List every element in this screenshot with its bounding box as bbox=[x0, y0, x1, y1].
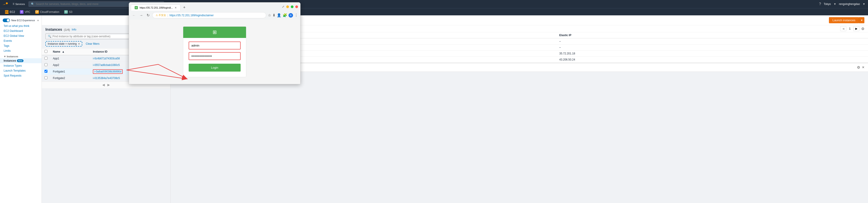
sidebar-item-instances[interactable]: Instances New bbox=[0, 58, 41, 63]
service-tab-cloudformation[interactable]: CF CloudFormation bbox=[33, 9, 61, 15]
sidebar-item-instance-types[interactable]: Instance Types bbox=[0, 63, 41, 68]
pagination: ◀ 1 ▶ bbox=[840, 26, 860, 31]
search-icon: 🔍 bbox=[31, 2, 34, 6]
window-maximize-button[interactable] bbox=[291, 5, 293, 8]
next-page-button[interactable]: ▶ bbox=[853, 26, 860, 31]
row-checkbox-cell[interactable] bbox=[42, 55, 50, 62]
sidebar-item-tell-us[interactable]: Tell us what you think bbox=[0, 24, 41, 29]
service-tab-ec2[interactable]: EC2 EC2 bbox=[3, 9, 17, 15]
browser-refresh-button[interactable]: ↻ bbox=[146, 12, 151, 18]
sidebar-close-icon[interactable]: × bbox=[37, 19, 39, 22]
service-tab-s3[interactable]: S3 S3 bbox=[62, 9, 74, 15]
services-button[interactable]: ⠿ Services bbox=[13, 3, 25, 6]
username-field bbox=[189, 41, 241, 49]
browser-url-bar[interactable]: ⚠ 不安全 | https://35.72.201.189/logindiscl… bbox=[152, 12, 266, 18]
th-name[interactable]: Name ▲ bbox=[50, 48, 90, 55]
elastic-ip-value: – bbox=[557, 44, 868, 50]
window-close-button[interactable] bbox=[295, 5, 298, 8]
prev-page-button[interactable]: ◀ bbox=[840, 26, 846, 31]
new-tab-button[interactable]: + bbox=[181, 4, 188, 11]
browser-chrome: ⊞ https://35.72.201.189/logindi... × + ⤢… bbox=[129, 2, 300, 20]
browser-nav-icons: ☆ ⬇ 👤 🧩 R ⋮ bbox=[268, 13, 298, 18]
elastic-ip-value: – bbox=[557, 38, 868, 44]
info-link[interactable]: Info bbox=[72, 28, 76, 31]
tab-title: https://35.72.201.189/logindi... bbox=[140, 6, 173, 9]
launch-templates-label: Launch Templates bbox=[4, 69, 26, 72]
vpc-tab-label: VPC bbox=[25, 10, 30, 13]
browser-forward-button[interactable]: → bbox=[138, 12, 144, 18]
current-page: 1 bbox=[847, 27, 852, 30]
login-logo-icon: ⊞ bbox=[213, 29, 217, 35]
bookmark-icon[interactable]: ☆ bbox=[268, 13, 271, 18]
row-name: App1 bbox=[50, 55, 90, 62]
browser-nav-row: ← → ↻ ⚠ 不安全 | https://35.72.201.189/logi… bbox=[129, 11, 300, 20]
browser-tabs-row: ⊞ https://35.72.201.189/logindi... × + bbox=[129, 2, 189, 11]
download-icon[interactable]: ⬇ bbox=[273, 13, 275, 18]
filter-remove-button[interactable]: × bbox=[78, 42, 80, 45]
sidebar-item-spot-requests[interactable]: Spot Requests bbox=[0, 73, 41, 78]
th-select-all[interactable] bbox=[42, 48, 50, 55]
select-all-checkbox[interactable] bbox=[44, 50, 48, 53]
login-container: ⊞ Login bbox=[183, 26, 246, 77]
th-elastic-ip[interactable]: Elastic IP bbox=[557, 32, 868, 38]
clear-filters-button[interactable]: Clear filters bbox=[84, 41, 101, 46]
sidebar-item-ec2-global-view[interactable]: EC2 Global View bbox=[0, 33, 41, 38]
browser-url-text: https://35.72.201.189/logindisclaimer bbox=[169, 14, 214, 17]
user-menu[interactable]: rengxinghengdao bbox=[839, 2, 860, 6]
fortigate1-instance-id-link[interactable]: i-0a8ab59038b36890d bbox=[93, 69, 123, 74]
row-checkbox[interactable] bbox=[44, 63, 48, 66]
row-checkbox-cell[interactable] bbox=[42, 62, 50, 68]
browser-back-button[interactable]: ← bbox=[131, 12, 137, 18]
browser-menu-icon[interactable]: ⋮ bbox=[294, 13, 298, 18]
s3-tab-icon: S3 bbox=[64, 10, 68, 14]
table-settings-icon[interactable]: ⚙ bbox=[861, 27, 864, 31]
launch-instances-button[interactable]: Launch instances bbox=[829, 17, 859, 23]
window-expand-icon[interactable]: ⤢ bbox=[282, 5, 284, 8]
sidebar-item-tags[interactable]: Tags bbox=[0, 43, 41, 48]
detail-panel-actions: ⚙ × bbox=[857, 65, 864, 70]
username-input[interactable] bbox=[189, 41, 241, 49]
panel-title: Instances bbox=[45, 28, 62, 32]
password-field bbox=[189, 52, 241, 60]
row-checkbox[interactable] bbox=[44, 57, 48, 60]
profile-icon[interactable]: 👤 bbox=[277, 13, 281, 18]
instance-id-link[interactable]: i-0135384a7e43708c5 bbox=[93, 76, 120, 80]
sidebar-item-ec2-dashboard[interactable]: EC2 Dashboard bbox=[0, 29, 41, 33]
row-checkbox[interactable] bbox=[44, 70, 48, 73]
password-input[interactable] bbox=[189, 52, 241, 60]
login-box: ⊞ Login bbox=[183, 26, 246, 77]
launch-instances-dropdown[interactable]: ▾ bbox=[859, 17, 864, 23]
row-name: Fortigate2 bbox=[50, 75, 90, 81]
sidebar-item-limits[interactable]: Limits bbox=[0, 48, 41, 53]
sidebar-item-launch-templates[interactable]: Launch Templates bbox=[0, 68, 41, 73]
service-tab-vpc[interactable]: V VPC bbox=[18, 9, 33, 15]
row-checkbox-cell[interactable] bbox=[42, 75, 50, 81]
question-icon[interactable]: ? bbox=[819, 2, 821, 6]
browser-tab-active[interactable]: ⊞ https://35.72.201.189/logindi... × bbox=[131, 4, 181, 11]
window-minimize-button[interactable] bbox=[286, 5, 289, 8]
experience-toggle-switch[interactable] bbox=[3, 19, 10, 22]
security-warning: ⚠ 不安全 bbox=[156, 13, 166, 17]
scroll-arrow: ◄ ► bbox=[101, 82, 111, 87]
row-name: App2 bbox=[50, 62, 90, 68]
region-selector[interactable]: Tokyo bbox=[824, 2, 831, 6]
instance-id-link[interactable]: i-0557ad8cbab1080c5 bbox=[93, 63, 120, 67]
search-input-icon: 🔍 bbox=[48, 35, 51, 38]
aws-logo[interactable] bbox=[3, 2, 9, 6]
sidebar-item-events[interactable]: Events bbox=[0, 38, 41, 43]
row-checkbox[interactable] bbox=[44, 76, 48, 79]
spot-requests-label: Spot Requests bbox=[4, 74, 22, 77]
ec2-tab-icon: EC2 bbox=[5, 10, 8, 14]
login-button[interactable]: Login bbox=[189, 64, 241, 72]
tab-close-button[interactable]: × bbox=[175, 6, 177, 9]
browser-tabs-header: ⊞ https://35.72.201.189/logindi... × + ⤢ bbox=[129, 2, 300, 11]
detail-settings-button[interactable]: ⚙ bbox=[857, 65, 860, 70]
row-checkbox-cell[interactable] bbox=[42, 68, 50, 75]
instances-group-label: ▼ Instances bbox=[0, 54, 41, 58]
instance-id-link[interactable]: i-0c4b671d74303ca58 bbox=[93, 57, 120, 60]
browser-page-content: ⊞ Login bbox=[129, 20, 300, 84]
row-name: Fortigate1 bbox=[50, 68, 90, 75]
experience-toggle: New EC2 Experience × bbox=[0, 17, 41, 24]
detail-close-button[interactable]: × bbox=[862, 65, 864, 70]
extension-icon[interactable]: 🧩 bbox=[283, 13, 287, 18]
